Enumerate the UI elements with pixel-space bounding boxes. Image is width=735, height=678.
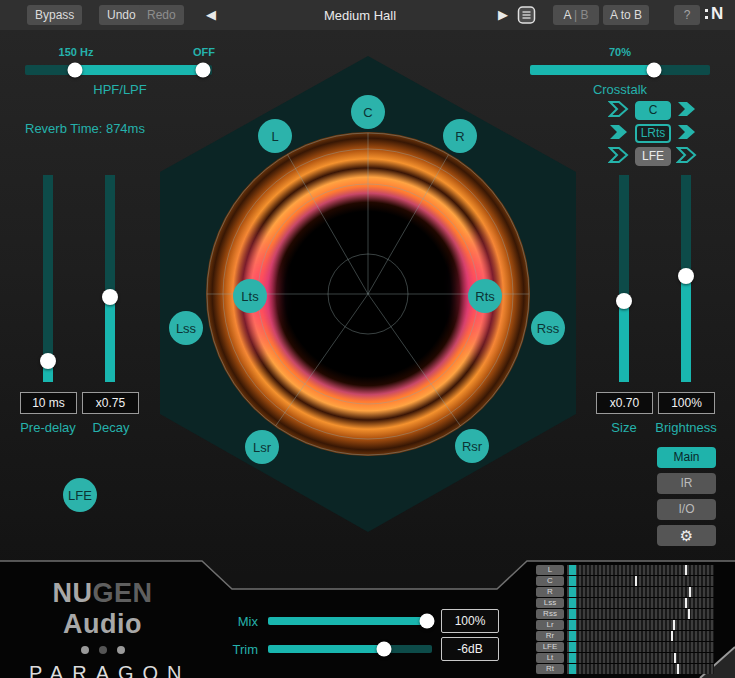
- meter-row-rt: Rt: [536, 664, 714, 674]
- hpf-value-label: 150 Hz: [48, 46, 104, 58]
- routing-row-lrts: LRts: [608, 124, 698, 143]
- meter-label: Lss: [536, 598, 564, 608]
- crosstalk-value-label: 70%: [600, 46, 640, 58]
- meter-peak-marker: [671, 631, 673, 641]
- trim-slider[interactable]: [268, 645, 432, 653]
- channel-node-lss[interactable]: Lss: [169, 311, 203, 345]
- mix-value[interactable]: 100%: [441, 609, 499, 633]
- meter-label: LFE: [536, 642, 564, 652]
- routing-left-chevron-icon[interactable]: [608, 123, 630, 145]
- decay-handle[interactable]: [102, 289, 118, 305]
- predelay-handle[interactable]: [40, 353, 56, 369]
- meter-level-segment: [569, 631, 576, 641]
- channel-node-lfe[interactable]: LFE: [63, 478, 97, 512]
- routing-button-c[interactable]: C: [635, 101, 671, 120]
- main-view-button[interactable]: Main: [657, 447, 716, 468]
- decay-value[interactable]: x0.75: [82, 392, 139, 414]
- brightness-label: Brightness: [651, 420, 721, 435]
- predelay-slider[interactable]: [43, 175, 53, 382]
- mix-slider[interactable]: [268, 617, 432, 625]
- channel-node-rsr[interactable]: Rsr: [455, 429, 489, 463]
- meter-level-segment: [569, 620, 576, 630]
- meter-peak-marker: [674, 653, 676, 663]
- lpf-value-label: OFF: [189, 46, 219, 58]
- routing-left-chevron-icon[interactable]: [608, 100, 630, 122]
- output-meters: LCRLssRssLrRrLFELtRt: [536, 565, 714, 675]
- routing-left-chevron-icon[interactable]: [608, 146, 630, 168]
- channel-node-r[interactable]: R: [443, 119, 477, 153]
- meter-row-r: R: [536, 587, 714, 597]
- meter-row-lr: Lr: [536, 620, 714, 630]
- lpf-handle[interactable]: [195, 63, 210, 78]
- ir-view-button[interactable]: IR: [657, 473, 716, 494]
- channel-node-lsr[interactable]: Lsr: [245, 430, 279, 464]
- channel-node-c[interactable]: C: [351, 95, 385, 129]
- routing-right-chevron-icon[interactable]: [676, 123, 698, 145]
- size-value[interactable]: x0.70: [596, 392, 653, 414]
- hpf-lpf-caption: HPF/LPF: [75, 82, 165, 97]
- meter-row-lfe: LFE: [536, 642, 714, 652]
- channel-node-lts[interactable]: Lts: [233, 279, 267, 313]
- predelay-label: Pre-delay: [13, 420, 83, 435]
- routing-right-chevron-icon[interactable]: [676, 146, 698, 168]
- settings-gear-button[interactable]: ⚙: [657, 525, 716, 546]
- meter-bar: [567, 609, 714, 619]
- meter-level-segment: [569, 587, 576, 597]
- meter-bar: [567, 620, 714, 630]
- meter-peak-marker: [689, 587, 691, 597]
- meter-label: C: [536, 576, 564, 586]
- brightness-value[interactable]: 100%: [658, 392, 715, 414]
- meter-bar: [567, 653, 714, 663]
- decay-track[interactable]: [105, 175, 115, 382]
- decay-slider[interactable]: [105, 175, 115, 382]
- meter-level-segment: [569, 664, 576, 674]
- io-view-button[interactable]: I/O: [657, 499, 716, 520]
- meter-bar: [567, 576, 714, 586]
- meter-bar: [567, 664, 714, 674]
- routing-button-lrts[interactable]: LRts: [635, 124, 671, 143]
- size-track[interactable]: [619, 175, 629, 382]
- brightness-handle[interactable]: [678, 268, 694, 284]
- meter-level-segment: [569, 609, 576, 619]
- channel-routing-panel: CLRtsLFE: [608, 101, 698, 170]
- meter-label: Rss: [536, 609, 564, 619]
- meter-bar: [567, 587, 714, 597]
- channel-node-rss[interactable]: Rss: [531, 311, 565, 345]
- routing-row-c: C: [608, 101, 698, 120]
- brightness-slider[interactable]: [681, 175, 691, 382]
- meter-row-l: L: [536, 565, 714, 575]
- predelay-value[interactable]: 10 ms: [20, 392, 77, 414]
- trim-label: Trim: [228, 642, 258, 657]
- meter-level-segment: [569, 653, 576, 663]
- meter-row-c: C: [536, 576, 714, 586]
- meter-peak-marker: [688, 609, 690, 619]
- trim-handle[interactable]: [377, 642, 392, 657]
- trim-value[interactable]: -6dB: [441, 637, 499, 661]
- meter-peak-marker: [677, 664, 679, 674]
- channel-node-l[interactable]: L: [258, 119, 292, 153]
- meter-bar: [567, 631, 714, 641]
- meter-level-segment: [569, 642, 576, 652]
- hpf-lpf-slider[interactable]: [25, 65, 212, 75]
- hpf-handle[interactable]: [67, 63, 82, 78]
- mix-label: Mix: [228, 614, 258, 629]
- routing-row-lfe: LFE: [608, 147, 698, 166]
- mix-handle[interactable]: [420, 614, 435, 629]
- routing-right-chevron-icon[interactable]: [676, 100, 698, 122]
- size-handle[interactable]: [616, 293, 632, 309]
- meter-label: L: [536, 565, 564, 575]
- crosstalk-caption: Crosstalk: [575, 82, 665, 97]
- paragon-plugin-window: Bypass Undo Redo ◀ Medium Hall ▶ A | B A…: [0, 0, 735, 678]
- meter-bar: [567, 642, 714, 652]
- channel-node-rts[interactable]: Rts: [468, 279, 502, 313]
- routing-button-lfe[interactable]: LFE: [635, 147, 671, 166]
- meter-row-lt: Lt: [536, 653, 714, 663]
- crosstalk-handle[interactable]: [647, 63, 662, 78]
- meter-label: R: [536, 587, 564, 597]
- crosstalk-slider[interactable]: [530, 65, 710, 75]
- meter-bar: [567, 598, 714, 608]
- predelay-track[interactable]: [43, 175, 53, 382]
- meter-label: Lt: [536, 653, 564, 663]
- meter-peak-marker: [673, 620, 675, 630]
- size-slider[interactable]: [619, 175, 629, 382]
